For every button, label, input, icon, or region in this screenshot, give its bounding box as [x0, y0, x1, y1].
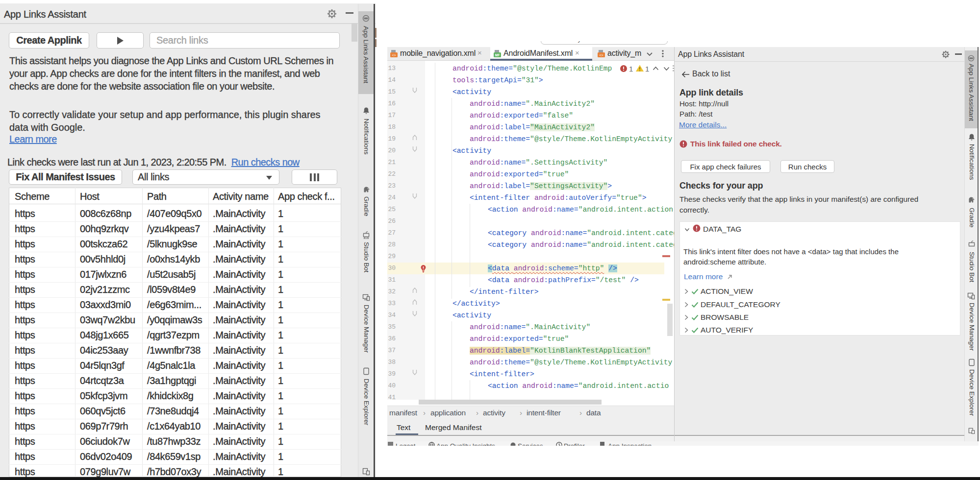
svg-text:MF: MF [495, 53, 500, 57]
svg-text:<>: <> [599, 53, 603, 57]
svg-text:<>: <> [392, 53, 396, 57]
